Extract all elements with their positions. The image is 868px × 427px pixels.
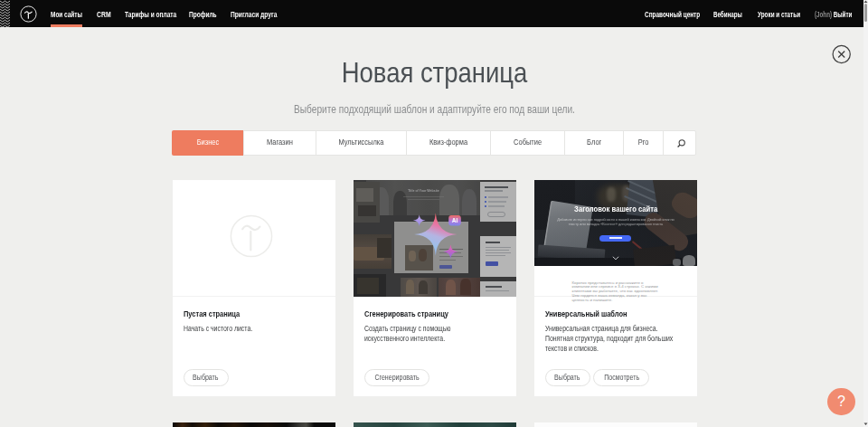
svg-text:AI: AI (451, 217, 458, 223)
